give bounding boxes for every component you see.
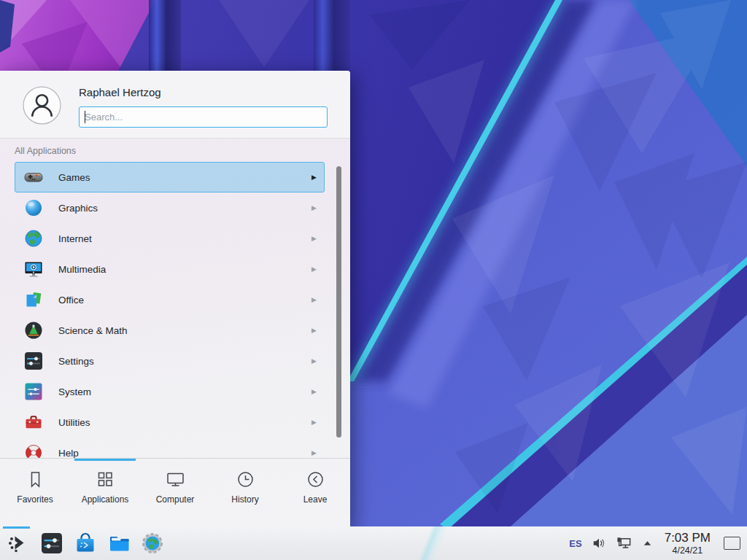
tab-label: Applications xyxy=(82,494,129,505)
settings-sliders-icon xyxy=(24,351,43,370)
dolphin-file-manager-icon[interactable] xyxy=(107,532,131,555)
computer-monitor-icon xyxy=(166,470,185,489)
kde-launcher-icon[interactable] xyxy=(7,532,30,555)
science-flask-icon xyxy=(24,321,43,340)
tab-applications[interactable]: Applications xyxy=(70,459,140,526)
search-field-wrap xyxy=(79,106,328,128)
tab-favorites[interactable]: Favorites xyxy=(0,459,70,526)
tab-label: Leave xyxy=(303,494,328,505)
user-name: Raphael Hertzog xyxy=(79,86,161,98)
menu-item-graphics[interactable]: Graphics ▶ xyxy=(15,192,325,223)
discover-software-icon[interactable] xyxy=(74,532,97,555)
system-tray: ES 7:03 PM 4/24/21 xyxy=(569,531,747,555)
utilities-toolbox-icon xyxy=(24,413,43,432)
menu-item-settings[interactable]: Settings ▶ xyxy=(15,346,325,376)
clock-date: 4/24/21 xyxy=(665,545,711,556)
application-launcher-menu: Raphael Hertzog All Applications Games xyxy=(0,71,350,526)
applications-grid-icon xyxy=(96,470,115,489)
panel-app-icons xyxy=(0,532,164,555)
menu-item-office[interactable]: Office ▶ xyxy=(15,284,325,315)
menu-item-label: Games xyxy=(58,172,311,183)
menu-item-label: Help xyxy=(58,448,311,459)
submenu-arrow-icon: ▶ xyxy=(311,204,317,211)
tab-label: Favorites xyxy=(17,494,53,505)
taskbar-panel: ES 7:03 PM 4/24/21 xyxy=(0,526,747,560)
network-icon[interactable] xyxy=(616,535,632,552)
menu-item-label: System xyxy=(58,386,311,397)
submenu-arrow-icon: ▶ xyxy=(311,265,317,273)
favorites-bookmark-icon xyxy=(26,470,45,489)
show-desktop-button[interactable] xyxy=(724,537,740,550)
menu-item-help[interactable]: Help ▶ xyxy=(15,438,325,458)
system-settings-icon[interactable] xyxy=(40,532,63,555)
tab-computer[interactable]: Computer xyxy=(140,459,210,526)
office-documents-icon xyxy=(24,290,43,309)
menu-item-label: Science & Math xyxy=(58,325,311,336)
keyboard-layout-indicator[interactable]: ES xyxy=(569,538,581,549)
section-label: All Applications xyxy=(15,146,76,156)
tab-label: Computer xyxy=(156,494,195,505)
launcher-tab-bar: Favorites Applications Computer xyxy=(0,458,350,526)
system-sliders-icon xyxy=(24,382,43,401)
menu-item-label: Office xyxy=(58,295,311,306)
menu-item-system[interactable]: System ▶ xyxy=(15,376,325,407)
menu-item-label: Internet xyxy=(58,233,311,244)
submenu-arrow-icon: ▶ xyxy=(311,357,317,365)
games-gamepad-icon xyxy=(24,168,43,187)
menu-item-internet[interactable]: Internet ▶ xyxy=(15,223,325,254)
leave-back-icon xyxy=(306,470,325,489)
menu-item-label: Graphics xyxy=(58,203,311,214)
tab-leave[interactable]: Leave xyxy=(280,459,350,526)
menu-item-label: Utilities xyxy=(58,417,311,428)
tab-history[interactable]: History xyxy=(210,459,280,526)
multimedia-screen-icon xyxy=(24,260,43,279)
submenu-arrow-icon: ▶ xyxy=(311,419,317,426)
menu-item-games[interactable]: Games ▶ xyxy=(15,162,325,192)
menu-item-label: Settings xyxy=(58,356,311,367)
submenu-arrow-icon: ▶ xyxy=(311,388,317,395)
konqueror-browser-icon[interactable] xyxy=(141,532,164,555)
menu-item-label: Multimedia xyxy=(58,264,311,275)
text-caret xyxy=(85,111,85,123)
application-category-list: Games ▶ Graphics ▶ xyxy=(15,162,325,458)
active-tab-indicator xyxy=(74,459,136,461)
panel-translucency-streak xyxy=(400,526,465,560)
help-lifebuoy-icon xyxy=(24,443,43,458)
volume-icon[interactable] xyxy=(592,536,606,551)
submenu-arrow-icon: ▶ xyxy=(311,327,317,334)
search-input[interactable] xyxy=(79,106,328,128)
user-avatar-icon[interactable] xyxy=(23,86,61,125)
history-clock-icon xyxy=(236,470,255,489)
expand-tray-arrow-icon[interactable] xyxy=(642,538,653,549)
launcher-header: Raphael Hertzog xyxy=(0,71,350,139)
menu-item-utilities[interactable]: Utilities ▶ xyxy=(15,407,325,438)
internet-globe-icon xyxy=(24,229,43,248)
launcher-active-indicator xyxy=(3,526,30,529)
submenu-arrow-icon: ▶ xyxy=(311,235,317,242)
submenu-arrow-icon: ▶ xyxy=(311,296,317,303)
graphics-sphere-icon xyxy=(24,198,43,217)
menu-item-multimedia[interactable]: Multimedia ▶ xyxy=(15,254,325,284)
submenu-arrow-icon: ▶ xyxy=(311,449,317,456)
tab-label: History xyxy=(231,494,258,505)
desktop: Raphael Hertzog All Applications Games xyxy=(0,0,747,560)
menu-item-science-math[interactable]: Science & Math ▶ xyxy=(15,315,325,346)
digital-clock[interactable]: 7:03 PM 4/24/21 xyxy=(665,531,711,555)
clock-time: 7:03 PM xyxy=(665,531,711,545)
list-scrollbar[interactable] xyxy=(336,166,341,438)
submenu-arrow-icon: ▶ xyxy=(311,174,317,181)
